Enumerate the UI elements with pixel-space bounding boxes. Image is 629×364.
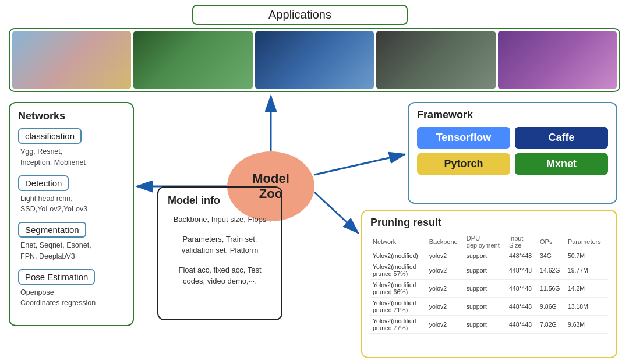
pruning-box: Pruning result Network Backbone DPUdeplo… — [361, 210, 617, 358]
table-cell: 11.56G — [538, 280, 566, 298]
image-street1 — [133, 31, 252, 89]
table-row: Yolov2(modifiedpruned 71%)yolov2support4… — [370, 298, 608, 316]
table-cell: yolov2 — [427, 316, 464, 334]
table-cell: 9.63M — [566, 316, 608, 334]
table-cell: support — [464, 316, 507, 334]
pose-estimation-items: OpenposeCoordinates regression — [18, 287, 125, 309]
col-backbone: Backbone — [427, 234, 464, 250]
detection-label: Detection — [18, 175, 69, 191]
mxnet-item: Mxnet — [515, 153, 608, 175]
col-input: InputSize — [507, 234, 538, 250]
tensorflow-item: Tensorflow — [417, 127, 510, 149]
table-cell: 448*448 — [507, 316, 538, 334]
model-info-text-1: Backbone, Input size, Flops — [168, 214, 272, 225]
framework-box: Framework Tensorflow Caffe Pytorch Mxnet — [408, 102, 617, 204]
table-cell: Yolov2(modifiedpruned 77%) — [370, 316, 427, 334]
col-params: Parameters — [566, 234, 608, 250]
pruning-table: Network Backbone DPUdeployment InputSize… — [370, 234, 608, 334]
table-cell: Yolov2(modifiedpruned 66%) — [370, 280, 427, 298]
table-cell: 7.82G — [538, 316, 566, 334]
table-cell: yolov2 — [427, 261, 464, 280]
table-row: Yolov2(modifiedpruned 66%)yolov2support4… — [370, 280, 608, 298]
image-segment — [498, 31, 617, 89]
col-ops: OPs — [538, 234, 566, 250]
model-info-title: Model info — [168, 195, 272, 207]
pose-estimation-label: Pose Estimation — [18, 269, 95, 285]
model-info-box: Model info Backbone, Input size, Flops P… — [157, 186, 282, 320]
pytorch-item: Pytorch — [417, 153, 510, 175]
table-cell: support — [464, 298, 507, 316]
table-cell: 19.77M — [566, 261, 608, 280]
framework-grid: Tensorflow Caffe Pytorch Mxnet — [417, 127, 608, 175]
svg-line-3 — [314, 154, 405, 175]
table-cell: Yolov2(modifiedpruned 57%) — [370, 261, 427, 280]
table-cell: 14.62G — [538, 261, 566, 280]
svg-line-4 — [314, 192, 358, 233]
applications-box: Applications — [192, 5, 408, 25]
table-row: Yolov2(modified)yolov2support448*44834G5… — [370, 250, 608, 261]
table-cell: support — [464, 261, 507, 280]
table-cell: 9.86G — [538, 298, 566, 316]
table-row: Yolov2(modifiedpruned 57%)yolov2support4… — [370, 261, 608, 280]
table-cell: Yolov2(modifiedpruned 71%) — [370, 298, 427, 316]
image-faces — [12, 31, 131, 89]
applications-label: Applications — [268, 8, 331, 21]
model-info-text-2: Parameters, Train set,validation set, Pl… — [168, 234, 272, 256]
table-cell: support — [464, 250, 507, 261]
col-network: Network — [370, 234, 427, 250]
table-cell: yolov2 — [427, 250, 464, 261]
table-cell: support — [464, 280, 507, 298]
image-lane — [255, 31, 374, 89]
table-cell: yolov2 — [427, 298, 464, 316]
table-cell: 14.2M — [566, 280, 608, 298]
detection-items: Light head rcnn,SSD,YoLov2,YoLov3 — [18, 193, 125, 215]
table-cell: Yolov2(modified) — [370, 250, 427, 261]
networks-title: Networks — [18, 110, 125, 122]
table-cell: 50.7M — [566, 250, 608, 261]
image-street2 — [376, 31, 495, 89]
table-cell: 34G — [538, 250, 566, 261]
networks-box: Networks classification Vgg, Resnet,Ince… — [9, 102, 134, 326]
image-strip — [9, 28, 620, 92]
segmentation-label: Segmentation — [18, 222, 86, 238]
classification-label: classification — [18, 128, 82, 144]
table-row: Yolov2(modifiedpruned 77%)yolov2support4… — [370, 316, 608, 334]
caffe-item: Caffe — [515, 127, 608, 149]
classification-items: Vgg, Resnet,Inception, Moblienet — [18, 146, 125, 168]
col-dpu: DPUdeployment — [464, 234, 507, 250]
segmentation-items: Enet, Seqnet, Esonet,FPN, DeeplabV3+ — [18, 240, 125, 262]
model-info-text-3: Float acc, fixed acc, Testcodes, video d… — [168, 264, 272, 287]
table-cell: 448*448 — [507, 261, 538, 280]
table-cell: 448*448 — [507, 280, 538, 298]
table-cell: 13.18M — [566, 298, 608, 316]
table-cell: 448*448 — [507, 298, 538, 316]
framework-title: Framework — [417, 109, 608, 121]
pruning-title: Pruning result — [370, 217, 608, 229]
table-cell: 448*448 — [507, 250, 538, 261]
table-cell: yolov2 — [427, 280, 464, 298]
